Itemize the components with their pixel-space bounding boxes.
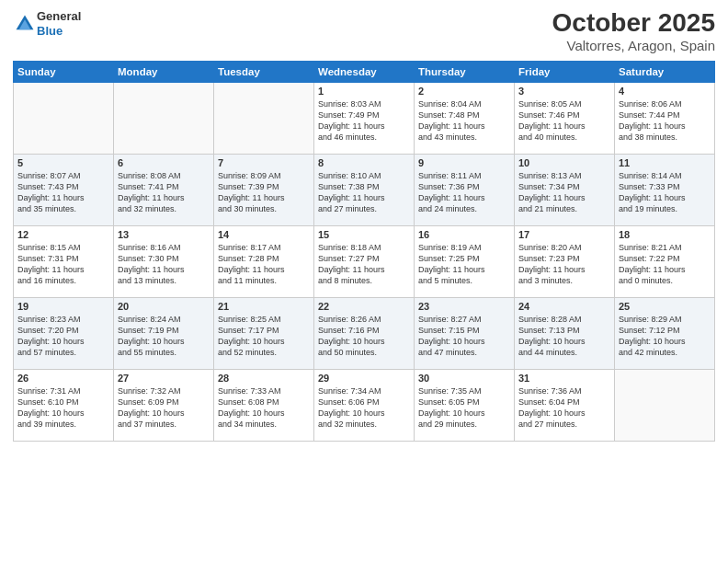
day-number: 7 <box>218 157 310 168</box>
day-number: 16 <box>418 229 510 240</box>
day-number: 6 <box>118 157 210 168</box>
table-row: 8Sunrise: 8:10 AM Sunset: 7:38 PM Daylig… <box>314 154 415 225</box>
table-row: 10Sunrise: 8:13 AM Sunset: 7:34 PM Dayli… <box>515 154 615 225</box>
day-info: Sunrise: 8:29 AM Sunset: 7:12 PM Dayligh… <box>619 314 711 359</box>
table-row: 31Sunrise: 7:36 AM Sunset: 6:04 PM Dayli… <box>515 369 615 441</box>
day-info: Sunrise: 8:18 AM Sunset: 7:27 PM Dayligh… <box>318 242 410 287</box>
table-row: 21Sunrise: 8:25 AM Sunset: 7:17 PM Dayli… <box>214 297 314 369</box>
table-row: 4Sunrise: 8:06 AM Sunset: 7:44 PM Daylig… <box>615 82 715 154</box>
table-row: 2Sunrise: 8:04 AM Sunset: 7:48 PM Daylig… <box>415 82 515 154</box>
calendar-subtitle: Valtorres, Aragon, Spain <box>552 38 715 53</box>
day-number: 17 <box>518 229 610 240</box>
logo: General Blue <box>13 9 81 38</box>
col-tuesday: Tuesday <box>214 61 314 82</box>
table-row: 16Sunrise: 8:19 AM Sunset: 7:25 PM Dayli… <box>415 225 515 297</box>
col-thursday: Thursday <box>415 61 515 82</box>
table-row: 13Sunrise: 8:16 AM Sunset: 7:30 PM Dayli… <box>114 225 214 297</box>
day-number: 11 <box>619 157 711 168</box>
day-number: 10 <box>518 157 610 168</box>
day-number: 31 <box>518 373 610 384</box>
day-info: Sunrise: 8:23 AM Sunset: 7:20 PM Dayligh… <box>17 314 109 359</box>
day-number: 19 <box>17 301 109 312</box>
day-info: Sunrise: 8:04 AM Sunset: 7:48 PM Dayligh… <box>418 98 510 144</box>
day-number: 20 <box>118 301 210 312</box>
col-wednesday: Wednesday <box>314 61 415 82</box>
week-row: 26Sunrise: 7:31 AM Sunset: 6:10 PM Dayli… <box>14 369 715 441</box>
day-info: Sunrise: 8:07 AM Sunset: 7:43 PM Dayligh… <box>17 170 109 215</box>
table-row: 30Sunrise: 7:35 AM Sunset: 6:05 PM Dayli… <box>415 369 515 441</box>
table-row: 9Sunrise: 8:11 AM Sunset: 7:36 PM Daylig… <box>415 154 515 225</box>
title-block: October 2025 Valtorres, Aragon, Spain <box>552 9 715 53</box>
day-info: Sunrise: 8:19 AM Sunset: 7:25 PM Dayligh… <box>418 242 510 287</box>
table-row: 20Sunrise: 8:24 AM Sunset: 7:19 PM Dayli… <box>114 297 214 369</box>
day-info: Sunrise: 8:15 AM Sunset: 7:31 PM Dayligh… <box>17 242 109 287</box>
table-row: 7Sunrise: 8:09 AM Sunset: 7:39 PM Daylig… <box>214 154 314 225</box>
col-saturday: Saturday <box>615 61 715 82</box>
table-row: 15Sunrise: 8:18 AM Sunset: 7:27 PM Dayli… <box>314 225 415 297</box>
week-row: 1Sunrise: 8:03 AM Sunset: 7:49 PM Daylig… <box>14 82 715 154</box>
col-sunday: Sunday <box>14 61 114 82</box>
week-row: 12Sunrise: 8:15 AM Sunset: 7:31 PM Dayli… <box>14 225 715 297</box>
day-number: 3 <box>518 86 610 97</box>
day-number: 26 <box>17 373 109 384</box>
day-number: 24 <box>518 301 610 312</box>
day-number: 1 <box>318 86 410 97</box>
day-number: 15 <box>318 229 410 240</box>
table-row: 18Sunrise: 8:21 AM Sunset: 7:22 PM Dayli… <box>615 225 715 297</box>
day-info: Sunrise: 8:17 AM Sunset: 7:28 PM Dayligh… <box>218 242 310 287</box>
header: General Blue October 2025 Valtorres, Ara… <box>13 9 715 53</box>
table-row: 26Sunrise: 7:31 AM Sunset: 6:10 PM Dayli… <box>14 369 114 441</box>
calendar-table: Sunday Monday Tuesday Wednesday Thursday… <box>13 61 715 442</box>
day-number: 9 <box>418 157 510 168</box>
day-number: 22 <box>318 301 410 312</box>
day-info: Sunrise: 7:34 AM Sunset: 6:06 PM Dayligh… <box>318 385 410 431</box>
day-info: Sunrise: 8:26 AM Sunset: 7:16 PM Dayligh… <box>318 314 410 359</box>
day-info: Sunrise: 8:28 AM Sunset: 7:13 PM Dayligh… <box>518 314 610 359</box>
day-info: Sunrise: 7:31 AM Sunset: 6:10 PM Dayligh… <box>17 385 109 431</box>
table-row: 25Sunrise: 8:29 AM Sunset: 7:12 PM Dayli… <box>615 297 715 369</box>
day-info: Sunrise: 8:13 AM Sunset: 7:34 PM Dayligh… <box>518 170 610 215</box>
day-number: 30 <box>418 373 510 384</box>
day-number: 14 <box>218 229 310 240</box>
day-info: Sunrise: 8:09 AM Sunset: 7:39 PM Dayligh… <box>218 170 310 215</box>
table-row: 29Sunrise: 7:34 AM Sunset: 6:06 PM Dayli… <box>314 369 415 441</box>
day-number: 21 <box>218 301 310 312</box>
day-number: 12 <box>17 229 109 240</box>
day-info: Sunrise: 8:05 AM Sunset: 7:46 PM Dayligh… <box>518 98 610 144</box>
table-row: 11Sunrise: 8:14 AM Sunset: 7:33 PM Dayli… <box>615 154 715 225</box>
day-info: Sunrise: 8:14 AM Sunset: 7:33 PM Dayligh… <box>619 170 711 215</box>
day-info: Sunrise: 8:06 AM Sunset: 7:44 PM Dayligh… <box>619 98 711 144</box>
table-row: 3Sunrise: 8:05 AM Sunset: 7:46 PM Daylig… <box>515 82 615 154</box>
day-info: Sunrise: 8:24 AM Sunset: 7:19 PM Dayligh… <box>118 314 210 359</box>
table-row <box>14 82 114 154</box>
table-row: 27Sunrise: 7:32 AM Sunset: 6:09 PM Dayli… <box>114 369 214 441</box>
table-row: 6Sunrise: 8:08 AM Sunset: 7:41 PM Daylig… <box>114 154 214 225</box>
day-info: Sunrise: 8:03 AM Sunset: 7:49 PM Dayligh… <box>318 98 410 144</box>
day-info: Sunrise: 8:21 AM Sunset: 7:22 PM Dayligh… <box>619 242 711 287</box>
day-info: Sunrise: 8:20 AM Sunset: 7:23 PM Dayligh… <box>518 242 610 287</box>
day-number: 8 <box>318 157 410 168</box>
table-row <box>615 369 715 441</box>
day-number: 25 <box>619 301 711 312</box>
day-info: Sunrise: 8:10 AM Sunset: 7:38 PM Dayligh… <box>318 170 410 215</box>
logo-icon <box>15 14 35 34</box>
col-friday: Friday <box>515 61 615 82</box>
day-number: 18 <box>619 229 711 240</box>
day-info: Sunrise: 8:27 AM Sunset: 7:15 PM Dayligh… <box>418 314 510 359</box>
day-info: Sunrise: 7:32 AM Sunset: 6:09 PM Dayligh… <box>118 385 210 431</box>
day-number: 5 <box>17 157 109 168</box>
col-monday: Monday <box>114 61 214 82</box>
week-row: 19Sunrise: 8:23 AM Sunset: 7:20 PM Dayli… <box>14 297 715 369</box>
table-row <box>114 82 214 154</box>
table-row: 1Sunrise: 8:03 AM Sunset: 7:49 PM Daylig… <box>314 82 415 154</box>
week-row: 5Sunrise: 8:07 AM Sunset: 7:43 PM Daylig… <box>14 154 715 225</box>
day-info: Sunrise: 8:25 AM Sunset: 7:17 PM Dayligh… <box>218 314 310 359</box>
calendar-title: October 2025 <box>552 9 715 38</box>
table-row: 24Sunrise: 8:28 AM Sunset: 7:13 PM Dayli… <box>515 297 615 369</box>
day-number: 29 <box>318 373 410 384</box>
day-number: 13 <box>118 229 210 240</box>
table-row: 5Sunrise: 8:07 AM Sunset: 7:43 PM Daylig… <box>14 154 114 225</box>
day-info: Sunrise: 7:33 AM Sunset: 6:08 PM Dayligh… <box>218 385 310 431</box>
day-info: Sunrise: 8:16 AM Sunset: 7:30 PM Dayligh… <box>118 242 210 287</box>
day-number: 4 <box>619 86 711 97</box>
